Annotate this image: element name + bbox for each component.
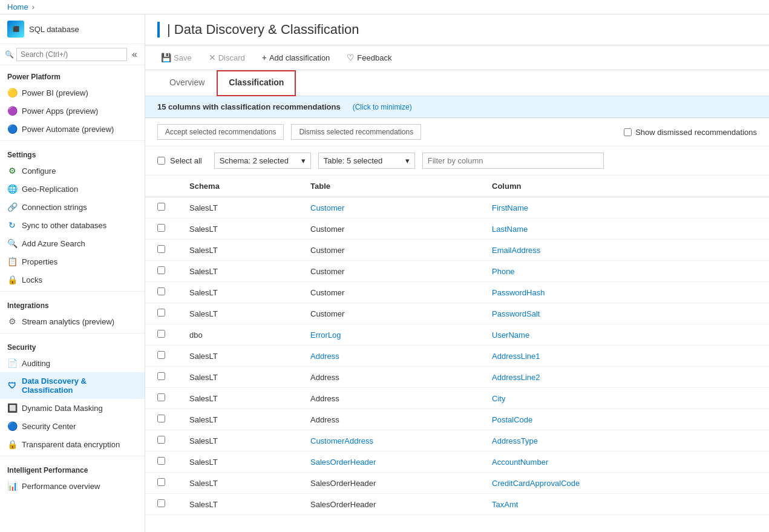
sync-icon: ↻ (7, 220, 17, 230)
sidebar-item-security-center[interactable]: 🔵 Security Center (0, 417, 145, 435)
sidebar-item-tde[interactable]: 🔒 Transparent data encryption (0, 435, 145, 453)
table-row: SalesLTCustomerPhone (145, 261, 769, 282)
properties-icon: 📋 (7, 257, 17, 266)
section-integrations: Integrations (0, 294, 145, 312)
row-checkbox[interactable] (157, 499, 165, 507)
cell-column[interactable]: AddressType (480, 430, 769, 452)
accept-recommendations-button[interactable]: Accept selected recommendations (157, 124, 284, 140)
sidebar-item-label: Configure (22, 166, 56, 176)
table-header-row: Schema Table Column (145, 176, 769, 197)
cell-table[interactable]: ErrorLog (298, 324, 480, 346)
cell-table: Customer (298, 218, 480, 240)
cell-table[interactable]: SalesOrderHeader (298, 452, 480, 473)
sidebar-item-label: Connection strings (22, 203, 87, 212)
row-checkbox[interactable] (157, 393, 165, 401)
cell-schema: SalesLT (177, 346, 298, 367)
row-checkbox[interactable] (157, 372, 165, 380)
cell-column[interactable]: PasswordSalt (480, 303, 769, 324)
sidebar-item-geo-replication[interactable]: 🌐 Geo-Replication (0, 180, 145, 198)
cell-column[interactable]: LastName (480, 218, 769, 240)
table-row: SalesLTCustomerAddressAddressType (145, 430, 769, 452)
cell-column[interactable]: TaxAmt (480, 494, 769, 515)
cell-table[interactable]: CustomerAddress (298, 430, 480, 452)
sidebar-item-sync-databases[interactable]: ↻ Sync to other databases (0, 216, 145, 234)
cell-column[interactable]: EmailAddress (480, 240, 769, 261)
stream-analytics-icon: ⚙ (7, 317, 17, 326)
cell-table: Address (298, 388, 480, 409)
row-checkbox[interactable] (157, 224, 165, 232)
recommendations-banner[interactable]: 15 columns with classification recommend… (145, 96, 769, 118)
sidebar-item-power-automate[interactable]: 🔵 Power Automate (preview) (0, 120, 145, 138)
sidebar-item-locks[interactable]: 🔒 Locks (0, 271, 145, 289)
cell-column[interactable]: Phone (480, 261, 769, 282)
cell-table[interactable]: Customer (298, 197, 480, 218)
cell-column[interactable]: AddressLine2 (480, 367, 769, 388)
table-row: SalesLTCustomerEmailAddress (145, 240, 769, 261)
cell-column[interactable]: City (480, 388, 769, 409)
feedback-icon: ♡ (347, 53, 355, 62)
cell-column[interactable]: CreditCardApprovalCode (480, 473, 769, 494)
sidebar-item-data-discovery[interactable]: 🛡 Data Discovery & Classification (0, 372, 145, 399)
sidebar-header: ⬛ SQL database (0, 15, 145, 44)
select-all-checkbox[interactable] (157, 157, 165, 165)
row-checkbox[interactable] (157, 309, 165, 317)
row-checkbox[interactable] (157, 287, 165, 295)
breadcrumb-bar: Home › (0, 0, 769, 15)
cell-column[interactable]: AccountNumber (480, 452, 769, 473)
table-row: SalesLTSalesOrderHeaderAccountNumber (145, 452, 769, 473)
sidebar-item-azure-search[interactable]: 🔍 Add Azure Search (0, 234, 145, 252)
column-filter-input[interactable] (422, 153, 604, 169)
table-row: SalesLTSalesOrderHeaderTaxAmt (145, 494, 769, 515)
cell-schema: SalesLT (177, 240, 298, 261)
cell-table: Address (298, 367, 480, 388)
power-apps-icon: 🟣 (7, 106, 17, 116)
section-intelligent-performance: Intelligent Performance (0, 459, 145, 477)
cell-table: SalesOrderHeader (298, 473, 480, 494)
cell-schema: SalesLT (177, 494, 298, 515)
row-checkbox[interactable] (157, 351, 165, 359)
content-area: | Data Discovery & Classification 💾 Save… (145, 15, 769, 532)
add-classification-button[interactable]: + Add classification (258, 50, 334, 65)
collapse-button[interactable]: « (129, 48, 140, 61)
data-table: Schema Table Column SalesLTCustomerFirst… (145, 176, 769, 515)
sidebar-item-performance-overview[interactable]: 📊 Performance overview (0, 477, 145, 495)
row-checkbox[interactable] (157, 457, 165, 465)
tab-overview[interactable]: Overview (157, 70, 217, 96)
tab-classification[interactable]: Classification (217, 70, 296, 96)
cell-column[interactable]: FirstName (480, 197, 769, 218)
cell-column[interactable]: AddressLine1 (480, 346, 769, 367)
row-checkbox[interactable] (157, 245, 165, 253)
table-row: SalesLTCustomerPasswordHash (145, 282, 769, 303)
search-icon: 🔍 (5, 50, 14, 59)
sidebar-item-configure[interactable]: ⚙ Configure (0, 162, 145, 180)
cell-column[interactable]: PasswordHash (480, 282, 769, 303)
table-filter-dropdown[interactable]: Table: 5 selected ▾ (318, 153, 415, 169)
sidebar-item-power-apps[interactable]: 🟣 Power Apps (preview) (0, 102, 145, 120)
sidebar-item-stream-analytics[interactable]: ⚙ Stream analytics (preview) (0, 312, 145, 330)
sidebar-item-power-bi[interactable]: 🟡 Power BI (preview) (0, 84, 145, 102)
dismiss-recommendations-button[interactable]: Dismiss selected recommendations (291, 124, 421, 140)
save-button[interactable]: 💾 Save (157, 50, 195, 65)
search-input[interactable] (16, 48, 127, 61)
show-dismissed-checkbox[interactable] (624, 128, 632, 136)
cell-column[interactable]: UserName (480, 324, 769, 346)
recommendations-minimize-link[interactable]: (Click to minimize) (353, 103, 412, 111)
cell-column[interactable]: PostalCode (480, 409, 769, 430)
row-checkbox[interactable] (157, 203, 165, 211)
discard-button[interactable]: ✕ Discard (205, 50, 249, 65)
row-checkbox[interactable] (157, 330, 165, 338)
row-checkbox[interactable] (157, 415, 165, 422)
sidebar-item-label: Power BI (preview) (22, 88, 88, 97)
sidebar-item-auditing[interactable]: 📄 Auditing (0, 354, 145, 372)
breadcrumb-home[interactable]: Home (7, 2, 28, 11)
sidebar-item-connection-strings[interactable]: 🔗 Connection strings (0, 198, 145, 216)
row-checkbox[interactable] (157, 478, 165, 486)
cell-table[interactable]: Address (298, 346, 480, 367)
row-checkbox[interactable] (157, 436, 165, 444)
sidebar-item-dynamic-masking[interactable]: 🔲 Dynamic Data Masking (0, 399, 145, 417)
row-checkbox[interactable] (157, 266, 165, 274)
schema-filter-dropdown[interactable]: Schema: 2 selected ▾ (214, 153, 311, 169)
sidebar-item-properties[interactable]: 📋 Properties (0, 252, 145, 271)
feedback-button[interactable]: ♡ Feedback (343, 50, 395, 65)
sidebar-item-label: Auditing (22, 359, 50, 368)
